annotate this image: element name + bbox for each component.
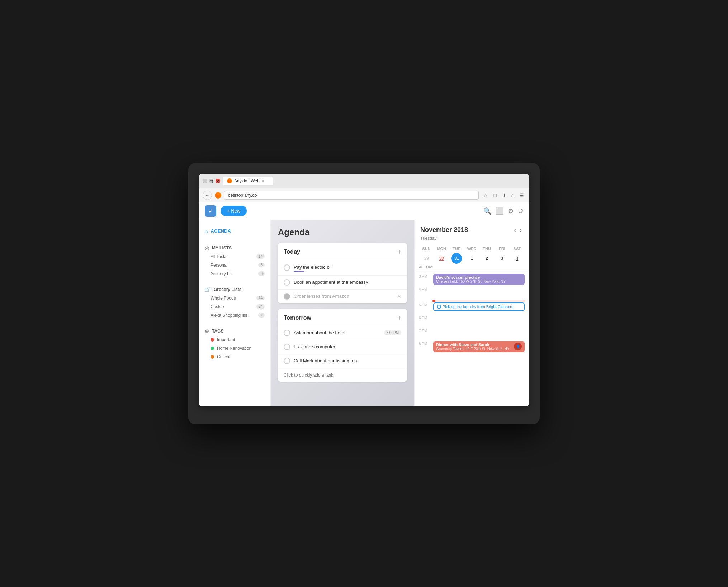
sidebar-item-tag-important[interactable]: Important <box>199 335 270 344</box>
add-tomorrow-button[interactable]: + <box>397 314 401 322</box>
browser-tab[interactable]: Any.do | Web × <box>223 177 273 185</box>
task-fix-computer[interactable]: Fix Jane's computer <box>278 340 407 354</box>
cal-time-4pm: 4 PM <box>415 287 529 300</box>
task-text-5: Fix Jane's computer <box>294 344 401 349</box>
today-section: Today + Pay the electric bill <box>278 243 407 303</box>
task-checkbox-6[interactable] <box>284 358 290 364</box>
sidebar-item-personal[interactable]: Personal 8 <box>199 261 270 269</box>
task-ask-mom[interactable]: Ask mom about the hotel 3:00PM <box>278 326 407 340</box>
grocery-list-label: Grocery List <box>211 271 255 276</box>
event-dinner-title: Dinner with Steve and Sarah <box>436 343 514 347</box>
cal-day-3[interactable]: 3 <box>497 253 507 264</box>
task-time-badge: 3:00PM <box>384 330 401 335</box>
settings-button[interactable]: ⚙ <box>508 207 514 215</box>
cal-time-6pm: 6 PM <box>415 315 529 328</box>
download-icon[interactable]: ⬇ <box>501 192 508 199</box>
event-laundry-title: Pick up the laundry from Bright Cleaners <box>443 305 513 309</box>
cal-day-4[interactable]: 4 <box>512 253 523 264</box>
event-dinner[interactable]: Dinner with Steve and Sarah Gramercy Tav… <box>433 341 525 352</box>
close-button[interactable]: ✕ <box>216 179 220 183</box>
sidebar-item-alexa[interactable]: Alexa Shopping list 7 <box>199 311 270 320</box>
grocery-lists-header[interactable]: 🛒 Grocery Lists <box>199 284 270 294</box>
sidebar-item-agenda[interactable]: ⌂ AGENDA <box>199 226 270 237</box>
calendar-next-button[interactable]: › <box>519 226 523 234</box>
my-lists-header[interactable]: ◎ MY LISTS <box>199 242 270 252</box>
sidebar-item-whole-foods[interactable]: Whole Foods 14 <box>199 294 270 302</box>
costco-count: 24 <box>256 304 265 309</box>
important-dot <box>211 338 214 342</box>
event-laundry[interactable]: Pick up the laundry from Bright Cleaners <box>433 302 525 311</box>
task-pay-electric[interactable]: Pay the electric bill <box>278 260 407 275</box>
cal-time-8pm: 8 PM Dinner with Steve and Sarah Gramerc… <box>415 341 529 354</box>
sidebar-agenda-section: ⌂ AGENDA <box>199 226 270 237</box>
main-content: Agenda Today + Pay the electric bill <box>271 220 414 406</box>
event-dinner-subtitle: Gramercy Tavern, 42 E 20th St, New York,… <box>436 347 514 351</box>
calendar-days-header: SUN MON TUE WED THU FRI SAT <box>419 244 525 253</box>
time-label-5pm: 5 PM <box>419 302 433 307</box>
maximize-button[interactable]: □ <box>209 179 213 183</box>
task-book-appointment[interactable]: Book an appotiment at the embassy <box>278 275 407 289</box>
search-button[interactable]: 🔍 <box>483 207 491 215</box>
calendar-panel: November 2018 ‹ › Tuesday SUN MON TUE WE… <box>414 220 529 406</box>
sidebar-item-all-tasks[interactable]: All Tasks 14 <box>199 252 270 261</box>
firefox-tab-icon <box>227 178 232 183</box>
minimize-button[interactable]: – <box>203 179 207 183</box>
back-button[interactable]: ← <box>203 191 212 200</box>
task-text-2: Book an appotiment at the embassy <box>294 280 401 285</box>
quick-add-input[interactable] <box>284 373 401 378</box>
my-lists-label: MY LISTS <box>212 245 232 250</box>
firefox-icon <box>215 192 221 199</box>
event-laundry-circle <box>437 305 441 309</box>
home-icon[interactable]: ⌂ <box>510 192 516 199</box>
delete-task-button[interactable]: ✕ <box>397 294 401 299</box>
tomorrow-section: Tomorrow + Ask mom about the hotel 3:00P… <box>278 309 407 382</box>
screenshot-icon[interactable]: ⊡ <box>491 192 498 199</box>
task-checkbox-4[interactable] <box>284 330 290 336</box>
bookmark-icon[interactable]: ☆ <box>482 192 489 199</box>
day-sat: SAT <box>510 247 525 251</box>
sidebar: ⌂ AGENDA ◎ MY LISTS All Tasks 14 P <box>199 220 271 406</box>
now-line <box>435 301 525 301</box>
task-checkbox-5[interactable] <box>284 344 290 350</box>
calendar-prev-button[interactable]: ‹ <box>513 226 517 234</box>
task-call-mark[interactable]: Call Mark about our fishing trip <box>278 354 407 368</box>
refresh-button[interactable]: ↺ <box>518 207 523 215</box>
logo-button[interactable]: ✓ <box>205 205 216 217</box>
tags-header[interactable]: ⊛ TAGS <box>199 325 270 335</box>
task-checkbox-3[interactable] <box>284 293 290 300</box>
task-checkbox-1[interactable] <box>284 264 290 271</box>
cal-day-1[interactable]: 1 <box>466 253 477 264</box>
sidebar-item-tag-home-renovation[interactable]: Home Renovation <box>199 344 270 353</box>
menu-icon[interactable]: ☰ <box>518 192 525 199</box>
sidebar-grocery-lists-section: 🛒 Grocery Lists Whole Foods 14 Costco 24… <box>199 284 270 320</box>
cal-day-2[interactable]: 2 <box>482 253 492 264</box>
day-tue: TUE <box>449 247 464 251</box>
all-tasks-count: 14 <box>256 254 265 259</box>
cal-day-30[interactable]: 30 <box>436 253 447 264</box>
toolbar-icons: ☆ ⊡ ⬇ ⌂ ☰ <box>482 192 525 199</box>
critical-dot <box>211 355 214 359</box>
task-order-lenses[interactable]: Order lenses from Amazon ✕ <box>278 289 407 303</box>
address-bar[interactable]: desktop.any.do <box>224 191 479 200</box>
new-button[interactable]: + New <box>221 206 247 216</box>
tag-critical-label: Critical <box>217 354 265 359</box>
cal-time-3pm: 3 PM David's soccer practice Chelsea fie… <box>415 274 529 287</box>
tab-close-icon[interactable]: × <box>262 179 264 183</box>
time-label-7pm: 7 PM <box>419 328 433 333</box>
share-button[interactable]: ⬜ <box>496 207 504 215</box>
tomorrow-section-header: Tomorrow + <box>278 309 407 326</box>
add-today-button[interactable]: + <box>397 248 401 256</box>
quick-add-area[interactable] <box>278 368 407 382</box>
sidebar-tags-section: ⊛ TAGS Important Home Renovation Critica… <box>199 325 270 361</box>
sidebar-item-tag-critical[interactable]: Critical <box>199 353 270 361</box>
cal-day-31[interactable]: 31 <box>451 253 462 264</box>
event-soccer[interactable]: David's soccer practice Chelsea field, 4… <box>433 274 525 285</box>
calendar-month-title: November 2018 <box>420 226 468 234</box>
sidebar-item-costco[interactable]: Costco 24 <box>199 302 270 311</box>
agenda-label: AGENDA <box>211 228 265 234</box>
sidebar-item-grocery-list[interactable]: Grocery List 6 <box>199 269 270 278</box>
tab-title: Any.do | Web <box>234 178 260 183</box>
task-checkbox-2[interactable] <box>284 279 290 286</box>
check-circle-icon: ◎ <box>205 245 209 251</box>
cal-day-29[interactable]: 29 <box>421 253 432 264</box>
